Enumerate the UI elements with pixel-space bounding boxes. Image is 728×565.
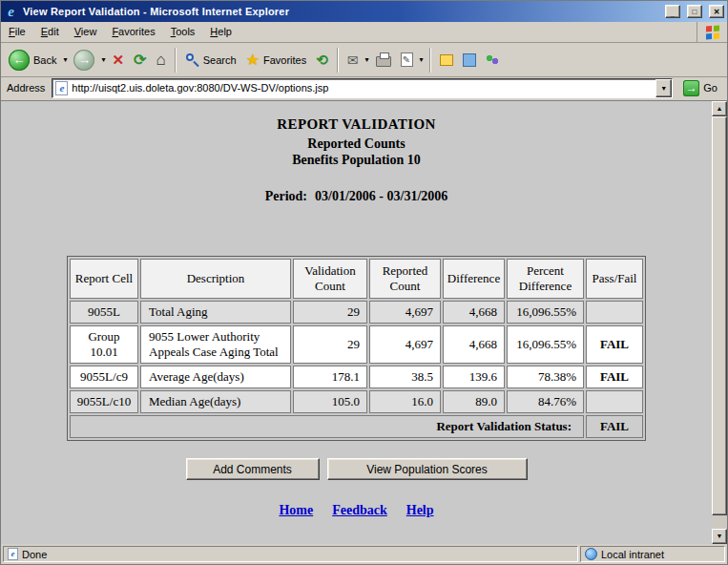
vertical-scrollbar[interactable]: ▲ ▼ [712,101,727,544]
report-validation-table: Report Cell Description Validation Count… [67,256,646,441]
cell-percent-difference: 16,096.55% [507,325,584,364]
menu-file[interactable]: File [1,22,33,42]
cell-description: 9055 Lower Authority Appeals Case Aging … [140,325,291,364]
forward-button[interactable]: → [70,47,98,73]
discuss-button[interactable] [436,52,457,69]
cell-validation-count: 105.0 [293,390,367,413]
address-input[interactable]: e http://uisqt2.uis.doleta.gov:8080/DV-W… [52,78,673,98]
menu-help[interactable]: Help [202,22,239,42]
col-percent-difference: Percent Difference [507,259,584,299]
address-dropdown-button[interactable]: ▼ [655,79,672,97]
cell-report-cell: 9055L [70,301,138,324]
cell-reported-count: 38.5 [369,366,441,388]
cell-percent-difference: 78.38% [507,366,584,388]
go-button[interactable]: → Go [677,78,723,98]
favorites-button[interactable]: ★ Favorites [242,48,311,72]
menu-spacer [239,22,697,42]
page-content: REPORT VALIDATION Reported Counts Benefi… [1,101,727,544]
history-button[interactable]: ⟲ [312,49,332,72]
table-row: Group 10.01 9055 Lower Authority Appeals… [70,325,643,364]
title-bar[interactable]: e View Report Validation - Microsoft Int… [1,1,727,22]
cell-description: Median Age(days) [140,390,291,413]
scroll-up-button[interactable]: ▲ [712,101,727,116]
period-line: Period:03/01/2006 - 03/31/2006 [1,189,712,204]
view-population-scores-button[interactable]: View Population Scores [327,458,528,480]
help-link[interactable]: Help [406,503,434,518]
status-text: Done [22,549,47,560]
zone-text: Local intranet [601,549,664,560]
search-button[interactable]: Search [181,50,240,70]
col-validation-count: Validation Count [293,259,367,299]
page-subtitle-population: Benefits Population 10 [1,153,712,168]
cell-pass-fail: FAIL [586,325,643,364]
cell-report-cell: 9055L/c10 [70,390,138,413]
research-icon [463,53,476,67]
edit-dropdown[interactable]: ▾ [419,55,425,64]
stop-button[interactable]: ✕ [109,49,129,72]
cell-pass-fail [586,390,643,413]
forward-icon: → [73,50,94,71]
window-title: View Report Validation - Microsoft Inter… [23,6,658,17]
report-validation-status-value: FAIL [586,415,643,438]
close-button[interactable]: ✕ [709,5,724,18]
refresh-icon: ⟳ [134,51,146,69]
cell-pass-fail [586,301,643,324]
favorites-label: Favorites [263,54,306,66]
go-arrow-icon: → [683,80,699,96]
col-reported-count: Reported Count [369,259,441,299]
ie-logo-icon: e [4,5,18,19]
cell-difference: 89.0 [443,390,505,413]
mail-dropdown[interactable]: ▾ [364,55,370,64]
search-label: Search [203,54,237,66]
status-panel-zone: Local intranet [580,546,725,562]
table-header-row: Report Cell Description Validation Count… [70,259,643,299]
col-pass-fail: Pass/Fail [586,259,643,299]
cell-reported-count: 16.0 [369,390,441,413]
report-validation-page: REPORT VALIDATION Reported Counts Benefi… [1,101,712,544]
edit-icon: ✎ [401,52,413,67]
menu-view[interactable]: View [67,22,105,42]
toolbar-separator [175,48,177,73]
back-button[interactable]: ← Back [5,47,60,73]
research-button[interactable] [459,51,480,70]
search-icon [185,52,199,67]
chevron-down-icon: ▼ [660,85,667,92]
minimize-button[interactable]: _ [665,5,680,18]
cell-difference: 139.6 [443,366,505,388]
maximize-icon: □ [688,7,701,17]
discuss-icon [440,54,453,66]
browser-window: e View Report Validation - Microsoft Int… [0,0,728,565]
stop-icon: ✕ [113,52,125,69]
action-buttons-row: Add Comments View Population Scores [1,458,712,480]
feedback-link[interactable]: Feedback [332,503,387,518]
back-dropdown[interactable]: ▾ [62,55,68,64]
table-row: 9055L/c9 Average Age(days) 178.1 38.5 13… [70,366,643,388]
mail-button[interactable]: ✉ [343,50,363,71]
scroll-down-button[interactable]: ▼ [712,529,727,544]
print-button[interactable] [372,50,395,70]
add-comments-button[interactable]: Add Comments [186,458,320,480]
home-button[interactable]: ⌂ [152,48,169,73]
edit-button[interactable]: ✎ [397,50,417,70]
back-label: Back [33,54,56,66]
period-label: Period: [265,189,307,203]
maximize-button[interactable]: □ [687,5,702,18]
minimize-icon: _ [666,9,679,19]
cell-percent-difference: 16,096.55% [507,301,584,324]
home-icon: ⌂ [156,51,165,70]
status-panel-left: e Done [3,546,578,562]
menu-favorites[interactable]: Favorites [104,22,162,42]
menu-tools[interactable]: Tools [163,22,203,42]
refresh-button[interactable]: ⟳ [130,48,150,72]
menu-bar: File Edit View Favorites Tools Help [1,22,727,43]
messenger-button[interactable] [482,51,504,70]
windows-logo-icon [697,22,727,42]
address-url[interactable]: http://uisqt2.uis.doleta.gov:8080/DV-WS-… [72,82,652,94]
intranet-zone-icon [585,548,597,560]
menu-edit[interactable]: Edit [33,22,67,42]
forward-dropdown[interactable]: ▾ [100,55,106,64]
scrollbar-thumb[interactable] [712,116,727,515]
home-link[interactable]: Home [279,503,313,518]
done-page-icon: e [8,548,18,560]
back-icon: ← [9,50,30,71]
